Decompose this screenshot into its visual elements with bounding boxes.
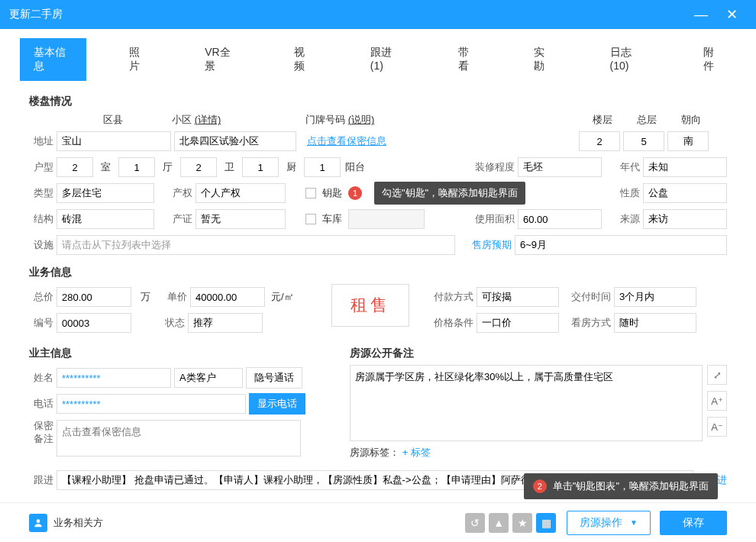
input-total-floor[interactable] xyxy=(623,131,664,151)
input-nature[interactable] xyxy=(643,183,727,203)
footer-up-icon[interactable]: ▲ xyxy=(489,513,509,533)
window-title: 更新二手房 xyxy=(9,8,686,21)
font-decrease-icon[interactable]: A⁻ xyxy=(707,417,727,437)
tab-photo[interactable]: 照片 xyxy=(115,38,162,81)
hdr-district: 区县 xyxy=(53,113,172,127)
tooltip-key-icon: 2 单击"钥匙图表"，唤醒添加钥匙界面 xyxy=(524,473,718,499)
input-delivery[interactable] xyxy=(614,287,696,307)
lbl-area: 使用面积 xyxy=(469,212,515,226)
input-year[interactable] xyxy=(643,157,727,177)
input-floor[interactable] xyxy=(579,131,620,151)
input-cert[interactable] xyxy=(195,209,286,229)
hdr-doorplate: 门牌号码 xyxy=(305,114,345,125)
doorplate-note-link[interactable]: (说明) xyxy=(348,114,375,125)
input-rooms[interactable] xyxy=(57,157,93,177)
lbl-price-cond: 价格条件 xyxy=(428,316,473,330)
input-type[interactable] xyxy=(57,183,154,203)
lbl-garage: 车库 xyxy=(322,212,342,226)
textarea-public-note[interactable]: 房源属于学区房，社区绿化率30%以上，属于高质量住宅区 xyxy=(350,365,703,441)
save-button[interactable]: 保存 xyxy=(660,511,727,535)
lbl-tags: 房源标签： xyxy=(350,447,399,458)
lbl-decoration: 装修程度 xyxy=(469,160,515,174)
input-name[interactable] xyxy=(57,368,171,388)
tab-follow[interactable]: 跟进(1) xyxy=(357,38,415,81)
minimize-icon[interactable]: — xyxy=(686,7,716,23)
input-baths[interactable] xyxy=(180,157,217,177)
lbl-name: 姓名 xyxy=(29,371,53,385)
hdr-community: 小区 xyxy=(172,114,192,125)
input-price-cond[interactable] xyxy=(477,313,559,333)
hide-call-button[interactable]: 隐号通话 xyxy=(246,367,302,389)
input-source[interactable] xyxy=(643,209,727,229)
tabs: 基本信息 照片 VR全景 视频 跟进(1) 带看 实勘 日志(10) 附件 xyxy=(0,29,756,81)
input-payment[interactable] xyxy=(477,287,559,307)
section-public-note: 房源公开备注 xyxy=(350,347,727,360)
lbl-key: 钥匙 xyxy=(322,186,342,200)
close-icon[interactable]: ✕ xyxy=(716,6,747,23)
lbl-nature: 性质 xyxy=(605,186,640,200)
hdr-total-floor: 总层 xyxy=(625,113,669,127)
input-district[interactable] xyxy=(57,131,171,151)
lbl-related[interactable]: 业务相关方 xyxy=(53,516,103,530)
tab-video[interactable]: 视频 xyxy=(280,38,327,81)
lbl-total-price: 总价 xyxy=(29,290,53,304)
section-business: 业务信息 xyxy=(29,266,727,279)
input-number[interactable] xyxy=(57,313,131,333)
hdr-floor: 楼层 xyxy=(580,113,625,127)
input-view-method[interactable] xyxy=(614,313,696,333)
tab-survey[interactable]: 实勘 xyxy=(520,38,567,81)
person-icon xyxy=(29,514,47,532)
lbl-payment: 付款方式 xyxy=(428,290,473,304)
input-decoration[interactable] xyxy=(518,157,602,177)
lbl-year: 年代 xyxy=(605,160,640,174)
input-status[interactable] xyxy=(188,313,263,333)
operation-button[interactable]: 房源操作▼ xyxy=(567,511,651,535)
textarea-secret-note[interactable] xyxy=(57,420,301,457)
input-halls[interactable] xyxy=(118,157,155,177)
font-increase-icon[interactable]: A⁺ xyxy=(707,391,727,411)
input-community[interactable] xyxy=(174,131,296,151)
checkbox-key[interactable] xyxy=(305,188,316,198)
footer-key-icon[interactable]: ▦ xyxy=(536,513,556,533)
add-tag-link[interactable]: + 标签 xyxy=(402,447,431,458)
input-phone[interactable] xyxy=(57,394,246,414)
lbl-followup: 跟进 xyxy=(29,473,53,487)
tab-attach[interactable]: 附件 xyxy=(690,38,736,81)
expand-icon[interactable]: ⤢ xyxy=(707,365,727,385)
lbl-facility: 设施 xyxy=(29,238,53,252)
tab-log[interactable]: 日志(10) xyxy=(596,38,661,81)
input-unit-price[interactable] xyxy=(190,287,265,307)
tip2-badge: 2 xyxy=(533,479,547,493)
footer: 业务相关方 ↺ ▲ ★ ▦ 房源操作▼ 保存 xyxy=(0,502,756,542)
caret-down-icon: ▼ xyxy=(630,518,638,527)
lbl-structure: 结构 xyxy=(29,212,53,226)
show-phone-button[interactable]: 显示电话 xyxy=(249,393,305,415)
doorplate-secret-link[interactable]: 点击查看保密信息 xyxy=(299,134,576,148)
input-kitchens[interactable] xyxy=(242,157,279,177)
input-ownership[interactable] xyxy=(195,183,286,203)
input-total-price[interactable] xyxy=(57,287,131,307)
input-customer-type[interactable] xyxy=(174,368,243,388)
checkbox-garage[interactable] xyxy=(305,214,316,224)
tab-vr[interactable]: VR全景 xyxy=(191,38,251,81)
input-area[interactable] xyxy=(518,209,602,229)
lbl-view-method: 看房方式 xyxy=(562,316,611,330)
tooltip-key: 勾选"钥匙"，唤醒添加钥匙界面 xyxy=(374,182,525,205)
input-expect[interactable] xyxy=(515,235,727,255)
tip1-badge: 1 xyxy=(348,186,362,200)
section-owner: 业主信息 xyxy=(29,347,334,360)
input-balconies[interactable] xyxy=(304,157,341,177)
tab-visit[interactable]: 带看 xyxy=(444,38,491,81)
input-orientation[interactable] xyxy=(667,131,709,151)
footer-history-icon[interactable]: ↺ xyxy=(465,513,485,533)
tab-basic[interactable]: 基本信息 xyxy=(20,38,86,81)
input-facility[interactable] xyxy=(57,235,455,255)
footer-star-icon[interactable]: ★ xyxy=(512,513,532,533)
lbl-phone: 电话 xyxy=(29,397,53,411)
lbl-delivery: 交付时间 xyxy=(562,290,611,304)
input-garage[interactable] xyxy=(348,209,425,229)
community-detail-link[interactable]: (详情) xyxy=(195,114,221,125)
rent-sale-badge: 租售 xyxy=(331,284,409,327)
input-structure[interactable] xyxy=(57,209,154,229)
lbl-cert: 产证 xyxy=(157,212,192,226)
